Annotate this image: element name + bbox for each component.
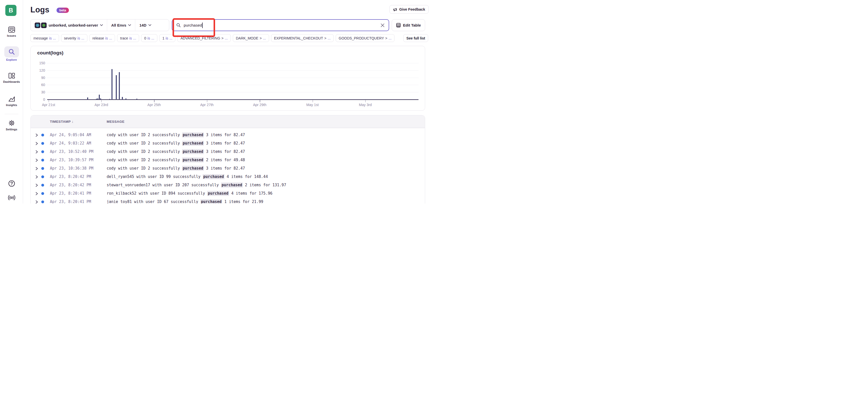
log-row[interactable]: Apr 24, 9:05:04 AMcody with user ID 2 su… [31,131,425,139]
log-level-dot [41,200,44,203]
log-message: cody with user ID 2 successfully purchas… [107,133,245,137]
log-timestamp: Apr 23, 8:20:42 PM [50,174,91,179]
log-message: cody with user ID 2 successfully purchas… [107,166,245,171]
org-logo[interactable]: B [5,5,17,16]
sidebar-item-label: Settings [0,128,23,131]
log-search-input[interactable]: purchased [172,19,389,31]
search-icon [8,48,15,56]
search-icon [176,23,181,27]
insights-icon [0,95,23,103]
log-row[interactable]: Apr 24, 9:03:22 AMcody with user ID 2 su… [31,139,425,147]
filter-chip-message[interactable]: messageis... [30,34,59,42]
x-axis-tick-label: Apr 23rd [90,103,113,107]
log-timestamp: Apr 23, 8:20:41 PM [50,199,91,203]
log-row[interactable]: Apr 23, 8:20:41 PMjanie_toy81 with user … [31,198,425,203]
sidebar-item-insights[interactable]: Insights [0,95,23,107]
log-row[interactable]: Apr 23, 10:36:38 PMcody with user ID 2 s… [31,164,425,173]
filter-chip-goods_productquery[interactable]: GOODS_PRODUCTQUERY>... [336,34,395,42]
sidebar-divider [5,114,19,114]
log-level-dot [41,175,44,178]
sidebar-item-explore[interactable]: Explore [0,46,23,61]
node-project-icon [41,23,46,28]
x-axis-tick-label: Apr 27th [195,103,218,107]
log-row[interactable]: Apr 23, 8:20:42 PMstewart_vonrueden17 wi… [31,181,425,189]
chevron-down-icon [149,24,151,26]
chart-bar [122,97,123,99]
log-row[interactable]: Apr 23, 10:39:57 PMcody with user ID 2 s… [31,156,425,164]
expand-chevron-icon[interactable] [35,150,38,155]
y-axis-tick-label: 0 [34,97,45,101]
x-axis-tick [207,100,208,102]
x-axis-tick [154,100,155,102]
column-header-timestamp[interactable]: TIMESTAMP↓ [50,120,73,124]
expand-chevron-icon[interactable] [35,167,38,171]
chart-bar [116,75,117,99]
x-axis-tick [260,100,260,102]
clear-search-icon[interactable] [380,23,385,29]
table-body: Apr 24, 9:05:04 AMcody with user ID 2 su… [31,128,425,203]
expand-chevron-icon[interactable] [35,175,38,180]
x-axis-tick-label: Apr 29th [248,103,271,107]
filter-chip-experimental_checkout[interactable]: EXPERIMENTAL_CHECKOUT>... [271,34,334,42]
help-button[interactable] [0,180,23,187]
y-axis-tick-label: 60 [34,83,45,87]
project-selector[interactable]: unborked, unborked-server [31,20,107,31]
log-level-dot [41,150,44,153]
edit-table-button[interactable]: Edit Table [392,19,425,31]
log-message: stewart_vonrueden17 with user ID 207 suc… [107,183,286,187]
explore-active-background [4,46,19,58]
chart-bar [99,95,100,99]
log-row[interactable]: Apr 23, 10:52:40 PMcody with user ID 2 s… [31,147,425,156]
x-axis-line [47,99,418,100]
give-feedback-button[interactable]: Give Feedback [390,5,429,14]
expand-chevron-icon[interactable] [35,183,38,188]
log-timestamp: Apr 24, 9:03:22 AM [50,141,91,145]
sidebar: B Issues Explore Dashboards Insights [0,0,23,203]
expand-chevron-icon[interactable] [35,200,38,203]
log-timestamp: Apr 24, 9:05:04 AM [50,133,91,137]
log-level-dot [41,142,44,145]
whats-new-button[interactable] [0,194,23,201]
megaphone-icon [393,7,397,12]
search-match-highlight: purchased [203,174,224,179]
chart-bar [100,98,101,99]
project-selector-label: unborked, unborked-server [49,23,98,27]
log-message: dell_ryan545 with user ID 99 successfull… [107,174,268,179]
sidebar-item-dashboards[interactable]: Dashboards [0,72,23,83]
log-row[interactable]: Apr 23, 8:20:41 PMron_kilback52 with use… [31,189,425,198]
expand-chevron-icon[interactable] [35,133,38,138]
filter-chip-trace[interactable]: traceis... [117,34,139,42]
main-content: Logs beta Give Feedback [23,0,434,203]
chart-bar [125,98,126,99]
expand-chevron-icon[interactable] [35,141,38,146]
sidebar-item-issues[interactable]: Issues [0,26,23,37]
sidebar-item-settings[interactable]: Settings [0,119,23,131]
x-axis-tick [365,100,366,102]
environment-selector-label: All Envs [111,23,126,27]
log-row[interactable]: Apr 23, 8:20:42 PMdell_ryan545 with user… [31,173,425,181]
log-message: cody with user ID 2 successfully purchas… [107,141,245,145]
filter-chip-0[interactable]: 0is... [141,34,157,42]
filter-chip-1[interactable]: 1is... [159,34,176,42]
filter-chip-dark_mode[interactable]: DARK_MODE>... [233,34,269,42]
x-axis-tick [313,100,313,102]
column-header-message[interactable]: MESSAGE [107,120,124,124]
log-message: janie_toy81 with user ID 67 successfully… [107,199,263,203]
search-match-highlight: purchased [182,141,204,146]
log-timestamp: Apr 23, 8:20:41 PM [50,191,91,196]
date-range-selector[interactable]: 14D [135,20,155,31]
log-timestamp: Apr 23, 10:36:38 PM [50,166,93,171]
x-axis-tick-label: May 3rd [354,103,377,107]
log-timestamp: Apr 23, 8:20:42 PM [50,183,91,187]
filter-chip-advanced_filtering[interactable]: ADVANCED_FILTERING>... [177,34,230,42]
expand-chevron-icon[interactable] [35,158,38,163]
filter-chip-release[interactable]: releaseis... [89,34,115,42]
expand-chevron-icon[interactable] [35,192,38,196]
search-match-highlight: purchased [221,182,243,188]
filter-chip-severity[interactable]: severityis... [61,34,87,42]
search-match-highlight: purchased [182,132,204,137]
see-full-list-chip[interactable]: See full list [403,34,428,42]
environment-selector[interactable]: All Envs [107,20,135,31]
page-header: Logs beta Give Feedback [30,0,425,19]
y-axis-tick-label: 150 [34,61,45,65]
